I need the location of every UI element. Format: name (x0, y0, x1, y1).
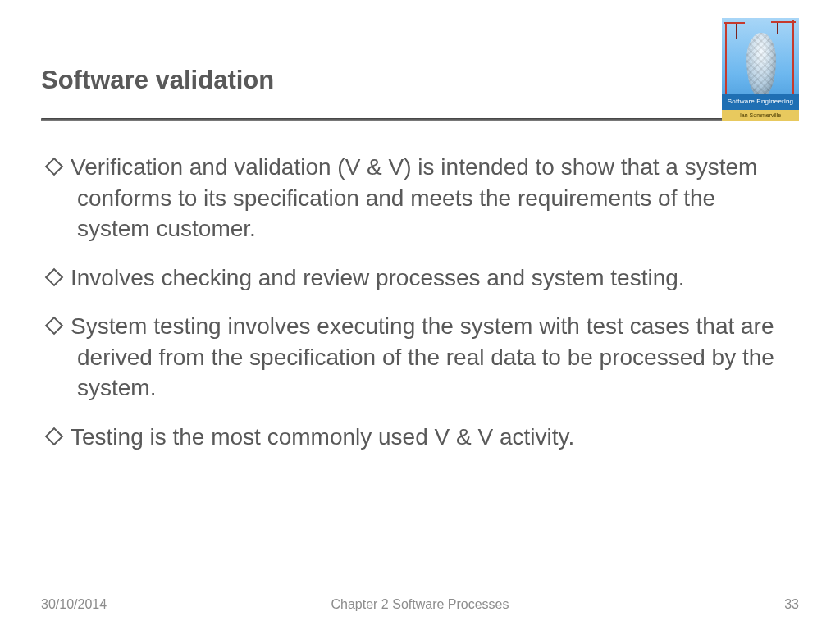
bullet-text: Testing is the most commonly used V & V … (71, 422, 792, 453)
book-cover-image: Software Engineering Ian Sommerville (722, 18, 799, 121)
slide-header: Software validation (0, 0, 840, 95)
list-item: Involves checking and review processes a… (48, 262, 792, 294)
slide-title: Software validation (41, 66, 799, 95)
slide: Software validation Software Engineering… (0, 0, 840, 630)
footer-chapter: Chapter 2 Software Processes (0, 597, 840, 612)
list-item: Verification and validation (V & V) is i… (48, 152, 792, 244)
list-item: Testing is the most commonly used V & V … (48, 422, 792, 453)
slide-body: Verification and validation (V & V) is i… (48, 152, 792, 470)
book-author: Ian Sommerville (722, 110, 799, 121)
slide-footer: 30/10/2014 Chapter 2 Software Processes … (0, 597, 840, 612)
list-item: System testing involves executing the sy… (48, 311, 792, 404)
diamond-bullet-icon (45, 317, 64, 336)
bullet-text: Verification and validation (V & V) is i… (71, 152, 792, 244)
bullet-text: System testing involves executing the sy… (71, 311, 792, 404)
bullet-text: Involves checking and review processes a… (71, 262, 792, 294)
title-divider (41, 118, 799, 121)
diamond-bullet-icon (45, 158, 64, 176)
diamond-bullet-icon (45, 267, 64, 286)
book-title: Software Engineering (722, 94, 799, 110)
diamond-bullet-icon (45, 427, 64, 445)
